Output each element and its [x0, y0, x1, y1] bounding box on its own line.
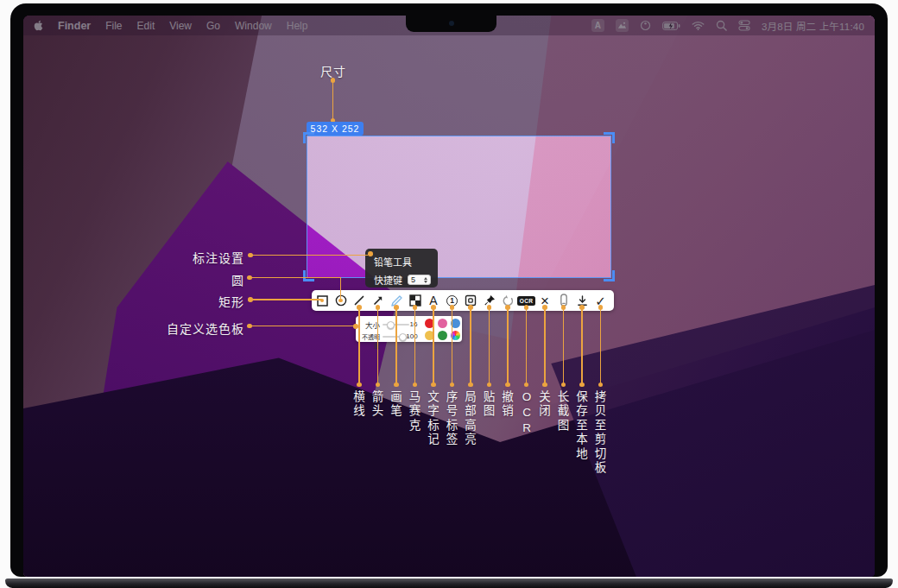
label-number-label: 序号标签 [446, 390, 459, 447]
search-icon[interactable] [716, 20, 727, 31]
callout-annotation-settings: 标注设置 [144, 249, 244, 266]
menu-window[interactable]: Window [235, 20, 272, 32]
tutorial-image: Finder File Edit View Go Window Help A [0, 0, 898, 588]
label-arrow: 箭头 [371, 390, 385, 419]
label-text-mark: 文字标记 [427, 390, 440, 447]
pencil-tooltip: 铅笔工具 快捷键 5 [365, 249, 438, 288]
control-center-icon[interactable] [738, 20, 750, 31]
selection-handle-tr[interactable] [604, 132, 615, 143]
callout-line [581, 309, 583, 385]
label-undo: 撤销 [501, 390, 515, 419]
callout-line [340, 277, 342, 300]
callout-line [358, 309, 360, 385]
callout-line [526, 309, 528, 385]
menu-help[interactable]: Help [287, 20, 308, 32]
shortcut-stepper[interactable]: 5 [408, 275, 431, 285]
label-long-screenshot: 长截图 [557, 390, 571, 433]
label-pin: 贴图 [483, 390, 496, 419]
callout-circle: 圆 [144, 271, 244, 288]
stepper-arrows-icon[interactable] [424, 277, 427, 283]
camera-dot [449, 21, 454, 26]
size-callout-line [332, 82, 334, 121]
ocr-icon: OCR [517, 296, 535, 306]
shortcut-label: 快捷键 [374, 273, 402, 287]
callout-line [544, 309, 546, 385]
callout-rectangle: 矩形 [144, 293, 244, 310]
callout-line [563, 309, 565, 385]
tool-rectangle[interactable] [313, 290, 332, 311]
label-ocr: OCR [520, 390, 534, 437]
menu-app-name[interactable]: Finder [58, 20, 91, 32]
pen-settings-popup: 大小 16 不透明度 100 [356, 316, 462, 342]
callout-line [251, 326, 354, 327]
callout-line [395, 309, 397, 385]
label-save-local: 保存至本地 [575, 390, 589, 462]
menu-view[interactable]: View [169, 20, 192, 32]
selection-handle-br[interactable] [604, 270, 615, 281]
size-callout-label: 尺寸 [307, 62, 359, 79]
size-badge: 532 X 252 [307, 122, 364, 136]
callout-line [470, 309, 471, 385]
selection-handle-bl[interactable] [303, 270, 314, 281]
callout-line [252, 255, 368, 256]
screenshot-app-icon[interactable] [616, 19, 629, 32]
callout-line [251, 277, 341, 279]
menu-file[interactable]: File [105, 20, 122, 32]
label-mosaic: 马赛克 [408, 390, 422, 433]
label-pencil: 画笔 [389, 390, 403, 419]
selection-handle-tl[interactable] [303, 132, 314, 143]
label-line: 横线 [352, 390, 366, 419]
tooltip-title: 铅笔工具 [374, 255, 438, 269]
selection-rect[interactable] [307, 136, 611, 278]
opacity-value: 100 [405, 332, 419, 340]
label-close: 关闭 [538, 390, 552, 419]
callout-line [600, 309, 602, 385]
menu-clock[interactable]: 3月8日 周二 上午11:40 [762, 19, 864, 33]
callout-line [452, 309, 453, 385]
menu-go[interactable]: Go [206, 20, 220, 32]
screen: Finder File Edit View Go Window Help A [23, 16, 875, 577]
callout-line [377, 309, 379, 385]
callout-custom-palette: 自定义选色板 [144, 319, 244, 337]
label-copy-clipboard: 拷贝至剪切板 [594, 390, 608, 476]
callout-line [433, 309, 434, 385]
input-source-icon[interactable]: A [591, 19, 604, 32]
label-local-highlight: 局部高亮 [464, 390, 477, 447]
battery-charging-icon[interactable] [662, 22, 680, 30]
menu-edit[interactable]: Edit [137, 20, 155, 32]
callout-line [489, 309, 490, 385]
apple-menu-icon[interactable] [34, 20, 43, 31]
shortcut-value: 5 [411, 275, 415, 284]
tooltip-callout-dot [368, 251, 373, 256]
size-slider-knob[interactable] [387, 321, 395, 329]
callout-line [414, 309, 416, 385]
swatch-green[interactable] [438, 331, 447, 340]
camera-notch [406, 16, 496, 32]
callout-line [507, 309, 509, 385]
wifi-icon[interactable] [692, 21, 705, 30]
swatch-pink[interactable] [438, 319, 447, 328]
laptop-base [5, 579, 893, 588]
callout-line [252, 299, 322, 300]
menu-extra-icon[interactable] [640, 20, 651, 31]
